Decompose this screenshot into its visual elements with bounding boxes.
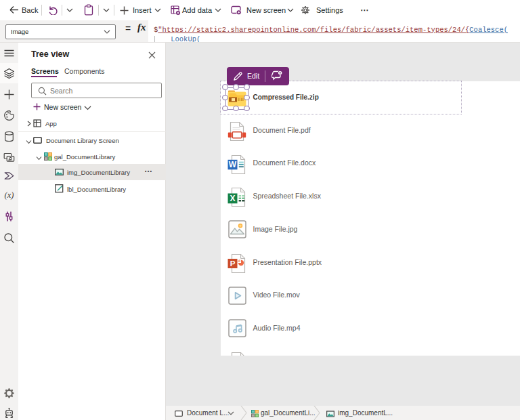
svg-text:X: X — [230, 194, 235, 204]
svg-text:P: P — [230, 259, 236, 268]
svg-text:W: W — [229, 160, 237, 169]
